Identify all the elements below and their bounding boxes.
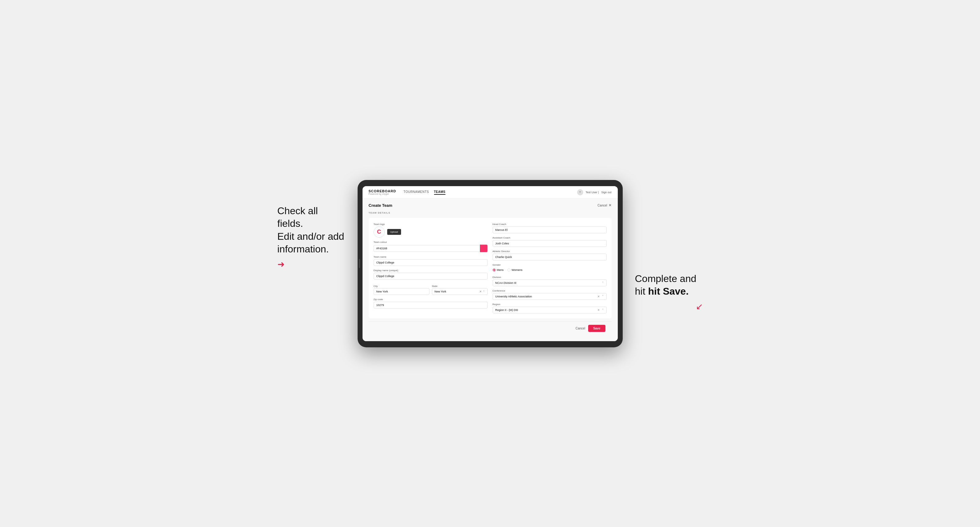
city-group: City [374, 283, 430, 295]
colour-swatch[interactable] [480, 244, 488, 252]
zip-field: Zip code [374, 298, 488, 308]
arrow-left-icon: ➜ [277, 259, 345, 270]
city-input[interactable] [374, 288, 430, 295]
team-name-field: Team name [374, 256, 488, 266]
user-label: Test User | [586, 191, 599, 194]
logo-letter: C [377, 229, 381, 235]
zip-label: Zip code [374, 298, 488, 301]
tablet-side-button [359, 259, 360, 268]
region-clear-icon[interactable]: ✕ [597, 308, 600, 311]
division-label: Division [493, 276, 607, 279]
right-annotation-line1: Complete and [635, 273, 697, 284]
head-coach-label: Head Coach [493, 223, 607, 225]
nav-teams[interactable]: TEAMS [434, 189, 446, 195]
city-state-row: City State New York ✕ [374, 283, 488, 295]
athletic-director-label: Athletic Director [493, 250, 607, 253]
region-value: Region II - (M) DIII [495, 308, 518, 311]
display-name-label: Display name (unique) [374, 269, 488, 272]
navbar: SCOREBOARD Powered by clippd TOURNAMENTS… [363, 186, 618, 199]
nav-user: T Test User | Sign out [577, 189, 612, 195]
display-name-field: Display name (unique) [374, 269, 488, 279]
division-select-right: ⌃ [602, 281, 604, 284]
region-select-right: ✕ ⌃ [597, 308, 604, 311]
gender-womens-option[interactable]: Womens [508, 268, 522, 271]
section-title: TEAM DETAILS [369, 211, 612, 214]
colour-input[interactable] [374, 245, 480, 252]
cancel-top-link[interactable]: Cancel ✕ [597, 203, 611, 207]
region-label: Region [493, 303, 607, 306]
left-annotation: Check all fields. Edit and/or add inform… [277, 180, 345, 270]
annotation-line1: Check all fields. [277, 205, 318, 229]
page-header: Create Team Cancel ✕ [369, 203, 612, 208]
region-field: Region Region II - (M) DIII ✕ ⌃ [493, 303, 607, 313]
state-label: State [432, 285, 438, 287]
form-left-column: Team logo C Upload Team colo [374, 223, 488, 313]
page-title: Create Team [369, 203, 393, 208]
division-select[interactable]: NCAA Division III ⌃ [493, 279, 607, 286]
annotation-line3: information. [277, 243, 329, 254]
nav-tournaments[interactable]: TOURNAMENTS [404, 189, 429, 195]
logo-section: C Upload [374, 227, 488, 238]
team-logo-label: Team logo [374, 223, 488, 225]
team-logo-field: Team logo C Upload [374, 223, 488, 238]
save-button[interactable]: Save [588, 325, 605, 332]
cancel-button[interactable]: Cancel [576, 327, 585, 330]
mens-radio-dot[interactable] [493, 268, 496, 271]
zip-input[interactable] [374, 302, 488, 308]
team-name-label: Team name [374, 256, 488, 258]
cancel-top-label: Cancel [597, 204, 607, 207]
womens-radio-dot[interactable] [508, 268, 511, 271]
conference-field: Conference University Athletic Associati… [493, 289, 607, 300]
womens-label: Womens [512, 268, 522, 271]
sign-out-link[interactable]: Sign out [601, 191, 611, 194]
form-card: Team logo C Upload Team colo [369, 218, 612, 318]
colour-input-wrapper [374, 244, 488, 252]
division-value: NCAA Division III [495, 281, 517, 284]
assistant-coach-label: Assistant Coach [493, 237, 607, 239]
team-colour-field: Team colour [374, 241, 488, 252]
right-annotation: Complete and hit hit Save. ↙ [635, 180, 703, 313]
head-coach-input[interactable] [493, 227, 607, 233]
team-name-input[interactable] [374, 259, 488, 266]
logo-sub-text: Powered by clippd [369, 193, 396, 195]
region-arrow-icon: ⌃ [602, 308, 604, 311]
head-coach-field: Head Coach [493, 223, 607, 233]
form-right-column: Head Coach Assistant Coach Athletic Dire… [493, 223, 607, 313]
city-state-field: City State New York ✕ [374, 283, 488, 295]
state-clear-icon[interactable]: ✕ [479, 290, 482, 293]
conference-clear-icon[interactable]: ✕ [597, 295, 600, 298]
nav-links: TOURNAMENTS TEAMS [404, 189, 570, 195]
close-icon: ✕ [609, 203, 612, 207]
conference-label: Conference [493, 289, 607, 292]
state-value: New York [435, 290, 446, 293]
display-name-input[interactable] [374, 273, 488, 279]
mens-label: Mens [497, 268, 504, 271]
region-select[interactable]: Region II - (M) DIII ✕ ⌃ [493, 306, 607, 313]
gender-mens-option[interactable]: Mens [493, 268, 504, 271]
gender-options: Mens Womens [493, 267, 607, 273]
app-logo: SCOREBOARD Powered by clippd [369, 189, 396, 195]
form-two-columns: Team logo C Upload Team colo [374, 223, 607, 313]
right-annotation-line2: hit Save. [648, 286, 689, 297]
assistant-coach-input[interactable] [493, 240, 607, 247]
tablet-screen: SCOREBOARD Powered by clippd TOURNAMENTS… [363, 186, 618, 341]
logo-circle: C [374, 227, 385, 238]
state-arrow-icon: ⌃ [483, 290, 485, 293]
team-colour-label: Team colour [374, 241, 488, 243]
form-footer: Cancel Save [369, 321, 612, 335]
arrow-down-icon: ↙ [635, 301, 703, 312]
tablet-frame: SCOREBOARD Powered by clippd TOURNAMENTS… [358, 180, 623, 347]
athletic-director-input[interactable] [493, 254, 607, 260]
logo-main-text: SCOREBOARD [369, 189, 396, 193]
athletic-director-field: Athletic Director [493, 250, 607, 260]
main-content: Create Team Cancel ✕ TEAM DETAILS [363, 199, 618, 341]
gender-field: Gender Mens Womens [493, 264, 607, 273]
division-field: Division NCAA Division III ⌃ [493, 276, 607, 286]
division-arrow-icon: ⌃ [602, 281, 604, 284]
user-avatar: T [577, 189, 583, 195]
conference-select[interactable]: University Athletic Association ✕ ⌃ [493, 293, 607, 300]
conference-select-right: ✕ ⌃ [597, 295, 604, 298]
state-group: State New York ✕ ⌃ [432, 283, 488, 295]
upload-button[interactable]: Upload [387, 229, 401, 235]
state-select[interactable]: New York ✕ ⌃ [432, 288, 488, 295]
